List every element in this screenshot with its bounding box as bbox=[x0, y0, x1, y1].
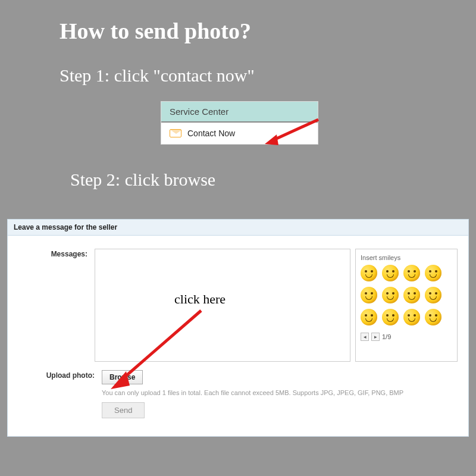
smiley-icon[interactable] bbox=[425, 287, 441, 303]
smiley-icon[interactable] bbox=[382, 287, 399, 303]
messages-label: Messages: bbox=[18, 249, 95, 362]
smileys-panel: Insert smileys ◂ ▸ 1/9 bbox=[355, 249, 458, 362]
smileys-prev-button[interactable]: ◂ bbox=[361, 333, 369, 341]
smiley-icon[interactable] bbox=[403, 309, 420, 325]
service-center-card: Service Center Contact Now bbox=[161, 101, 318, 145]
message-form-title: Leave a message for the seller bbox=[8, 220, 468, 236]
smileys-next-button[interactable]: ▸ bbox=[371, 333, 380, 341]
smiley-icon[interactable] bbox=[361, 309, 377, 325]
smiley-icon[interactable] bbox=[361, 265, 377, 281]
smileys-title: Insert smileys bbox=[361, 254, 452, 261]
step2-text: Step 2: click browse bbox=[70, 170, 215, 190]
messages-textarea[interactable] bbox=[95, 249, 350, 362]
page-title: How to send photo? bbox=[60, 18, 251, 44]
smiley-icon[interactable] bbox=[425, 265, 441, 281]
smiley-icon[interactable] bbox=[425, 309, 441, 325]
upload-label: Upload photo: bbox=[18, 370, 102, 418]
smiley-icon[interactable] bbox=[403, 265, 420, 281]
upload-hint: You can only upload 1 files in total. Ea… bbox=[102, 389, 458, 396]
step1-text: Step 1: click "contact now" bbox=[60, 65, 255, 86]
upload-row: Upload photo: Browse You can only upload… bbox=[18, 370, 458, 418]
smileys-page-indicator: 1/9 bbox=[382, 333, 391, 340]
smiley-icon[interactable] bbox=[382, 265, 399, 281]
smileys-pager: ◂ ▸ 1/9 bbox=[361, 333, 452, 341]
contact-now-link[interactable]: Contact Now bbox=[161, 123, 318, 144]
smiley-icon[interactable] bbox=[382, 309, 399, 325]
mail-icon bbox=[170, 129, 181, 137]
contact-now-label: Contact Now bbox=[187, 129, 235, 138]
browse-button[interactable]: Browse bbox=[102, 370, 143, 384]
messages-row: Messages: Insert smileys ◂ ▸ 1/9 bbox=[18, 249, 458, 362]
smiley-icon[interactable] bbox=[361, 287, 377, 303]
send-button[interactable]: Send bbox=[102, 402, 145, 418]
service-center-header: Service Center bbox=[161, 102, 318, 123]
smiley-icon[interactable] bbox=[403, 287, 420, 303]
message-form-panel: Leave a message for the seller Messages:… bbox=[7, 219, 469, 437]
